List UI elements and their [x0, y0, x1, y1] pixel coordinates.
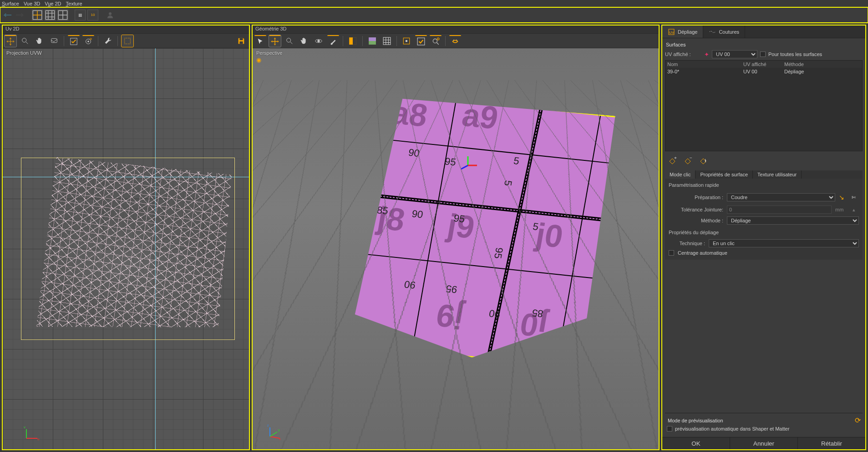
uv-shown-label: UV affiché :	[665, 51, 701, 57]
svg-rect-22	[383, 37, 391, 45]
svg-point-4	[22, 38, 26, 42]
menu-view2d[interactable]: Vue 2D	[45, 1, 61, 6]
toolbar-btn-3[interactable]	[57, 10, 68, 21]
panel-properties: UV Dépliage Coutures Surfaces UV affiché…	[661, 25, 866, 450]
auto-center-checkbox[interactable]	[669, 250, 674, 256]
subtab-mode[interactable]: Mode clic	[665, 170, 695, 179]
main-area: Uv 2D Projection UVW uv	[0, 23, 868, 452]
gear-power-tool[interactable]	[82, 35, 94, 47]
tab-seams[interactable]: Coutures	[703, 26, 745, 38]
scissors-icon[interactable]: ✄	[848, 192, 859, 203]
prep-select[interactable]: Coudre	[727, 193, 835, 201]
subtab-tex[interactable]: Texture utilisateur	[753, 170, 802, 179]
pick-sel-button[interactable]	[698, 156, 709, 167]
move3d-tool[interactable]	[269, 35, 281, 47]
display-1[interactable]	[401, 35, 412, 47]
check-tool[interactable]	[68, 35, 80, 47]
table-row[interactable]: 39-0* UV 00 Dépliage	[665, 68, 862, 75]
svg-text:UV: UV	[669, 31, 675, 35]
svg-point-17	[317, 40, 320, 42]
svg-text:y: y	[278, 428, 280, 432]
toolbar-btn-4[interactable]: ▦	[75, 10, 86, 21]
svg-text:v: v	[24, 425, 25, 429]
for-all-checkbox[interactable]	[760, 51, 766, 57]
reset-button[interactable]: Rétablir	[797, 437, 865, 449]
tab-unfold[interactable]: UV Dépliage	[662, 26, 703, 38]
display-check[interactable]	[415, 35, 427, 47]
add-sel-button[interactable]: +	[667, 156, 678, 167]
unfold-action[interactable]	[449, 35, 461, 47]
wrench-tool[interactable]	[102, 35, 114, 47]
subtab-props[interactable]: Propriétés de surface	[695, 170, 753, 179]
uv-link-icon[interactable]: ✦	[704, 51, 709, 58]
main-toolbar: ▦ 10	[0, 7, 868, 23]
transform-gizmo-3d[interactable]	[457, 154, 479, 177]
save-icon[interactable]	[235, 35, 247, 47]
subtabs: Mode clic Propriétés de surface Texture …	[665, 170, 863, 179]
for-all-label: Pour toutes les surfaces	[768, 51, 822, 57]
method-select[interactable]: Dépliage	[727, 216, 859, 225]
top-menu: SSurfaceurface Vue 3D Vue 2D Texture	[0, 0, 868, 7]
menu-view3d[interactable]: Vue 3D	[24, 1, 40, 6]
tech-select[interactable]: En un clic	[709, 239, 859, 247]
menu-texture[interactable]: Texture	[66, 1, 82, 6]
method-label: Méthode :	[669, 218, 723, 223]
redo-button[interactable]	[15, 10, 25, 21]
svg-rect-25	[417, 38, 425, 45]
cancel-button[interactable]: Annuler	[730, 437, 797, 449]
tol-stepper[interactable]: ▴	[853, 207, 859, 213]
svg-point-8	[87, 41, 89, 42]
shading-3[interactable]	[381, 35, 393, 47]
toolbar-btn-2[interactable]	[45, 10, 56, 21]
bottom-buttons: OK Annuler Rétablir	[662, 437, 865, 449]
seams-tab-icon	[709, 28, 716, 36]
shading-1[interactable]	[347, 35, 359, 47]
surfaces-title: Surfaces	[665, 40, 863, 49]
zoom3d-tool[interactable]	[284, 35, 295, 47]
pointer-tool[interactable]	[254, 35, 266, 47]
panel-geom3d: Géométrie 3D Perspective ◉	[252, 25, 660, 450]
geom3d-viewport[interactable]: Perspective ◉ a8 a9 j8 j9 j0 j9 j0 90 95…	[253, 48, 659, 449]
move-tool[interactable]	[5, 35, 16, 47]
surfaces-list[interactable]: Nom UV affiché Méthode 39-0* UV 00 Dépli…	[665, 60, 863, 151]
tol-input[interactable]	[727, 205, 832, 214]
brush-tool[interactable]	[327, 35, 339, 47]
axis-gizmo-3d: xzy	[266, 422, 284, 440]
uv2d-viewport-label: Projection UVW	[6, 50, 42, 56]
menu-surface[interactable]: SSurfaceurface	[2, 1, 19, 6]
preview-checkbox[interactable]	[667, 426, 672, 431]
tol-unit: mm	[835, 207, 849, 212]
toolbar-user-icon[interactable]	[105, 10, 116, 21]
prep-label: Préparation :	[669, 195, 723, 200]
toolbar-btn-5[interactable]: 10	[87, 10, 98, 21]
svg-rect-10	[125, 38, 131, 44]
pan-tool[interactable]	[34, 35, 46, 47]
prep-arrow-icon[interactable]: ↘	[839, 194, 844, 201]
select-box-tool[interactable]	[122, 35, 133, 47]
orbit-tool[interactable]	[313, 35, 325, 47]
form-area: Paramétrisation rapide Préparation : Cou…	[665, 179, 863, 260]
shading-2[interactable]	[366, 35, 378, 47]
svg-rect-11	[239, 38, 243, 40]
svg-point-3	[109, 12, 112, 15]
svg-text:+: +	[674, 157, 677, 160]
svg-point-15	[287, 38, 291, 42]
link-tool[interactable]	[48, 35, 60, 47]
uv2d-toolbar	[3, 34, 249, 48]
group-unfoldprops: Propriétés du dépliage	[669, 229, 859, 238]
pan3d-tool[interactable]	[298, 35, 310, 47]
uv-shown-select[interactable]: UV 00	[712, 50, 757, 58]
right-tabs: UV Dépliage Coutures	[662, 26, 865, 38]
rem-sel-button[interactable]: −	[682, 156, 693, 167]
uv2d-viewport[interactable]: Projection UVW uv	[3, 48, 249, 449]
tech-label: Technique :	[669, 241, 705, 246]
svg-text:z: z	[267, 424, 269, 427]
toolbar-btn-1[interactable]	[32, 10, 43, 21]
display-zoom[interactable]	[430, 35, 442, 47]
tol-label: Tolérance Jointure:	[669, 207, 723, 212]
zoom-tool[interactable]	[19, 35, 31, 47]
ok-button[interactable]: OK	[662, 437, 730, 449]
svg-point-24	[406, 40, 408, 42]
undo-button[interactable]	[2, 10, 13, 21]
sync-icon[interactable]: ⟳	[855, 416, 861, 425]
